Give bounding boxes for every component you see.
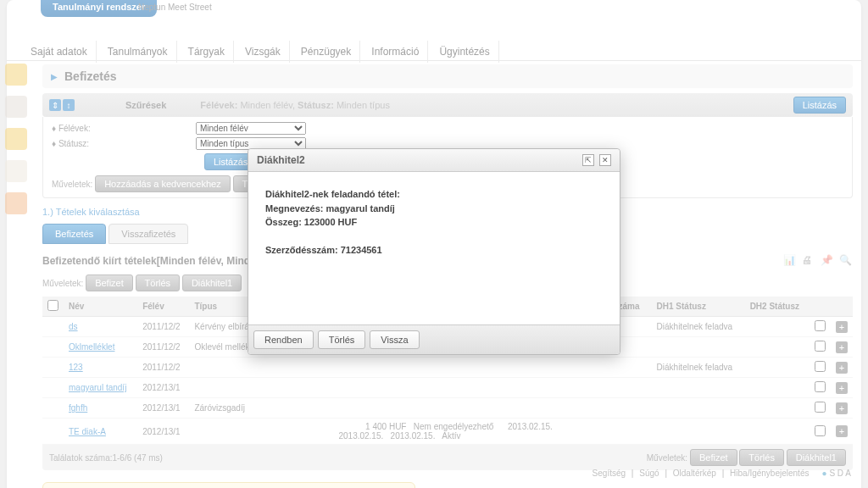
dialog-close-icon[interactable]: ✕ xyxy=(599,154,611,166)
dialog-delete-button[interactable]: Törlés xyxy=(318,330,366,349)
dialog-ok-button[interactable]: Rendben xyxy=(253,330,314,349)
modal-overlay: Diákhitel2 ⇱ ✕ Diákhitel2-nek feladandó … xyxy=(0,0,868,488)
dialog-body: Diákhitel2-nek feladandó tétel: Megnevez… xyxy=(248,172,620,324)
dialog-popout-icon[interactable]: ⇱ xyxy=(582,154,594,166)
dialog-back-button[interactable]: Vissza xyxy=(370,330,419,349)
dialog-diakhitel2: Diákhitel2 ⇱ ✕ Diákhitel2-nek feladandó … xyxy=(248,148,620,355)
dialog-title: Diákhitel2 xyxy=(257,154,305,166)
